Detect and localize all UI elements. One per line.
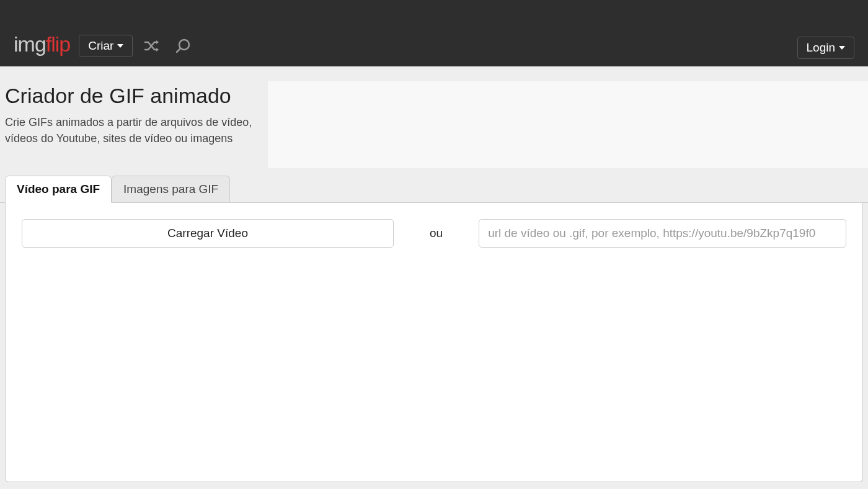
ad-space bbox=[268, 81, 868, 168]
caret-down-icon bbox=[839, 46, 845, 50]
or-separator: ou bbox=[394, 227, 479, 240]
header-left: imgflip Criar bbox=[14, 32, 193, 59]
upload-button-label: Carregar Vídeo bbox=[167, 227, 248, 240]
tab-images-to-gif[interactable]: Imagens para GIF bbox=[112, 176, 230, 202]
title-block: Criador de GIF animado Crie GIFs animado… bbox=[0, 66, 268, 168]
login-button-label: Login bbox=[807, 41, 836, 55]
main-panel: Carregar Vídeo ou bbox=[5, 203, 863, 482]
tab-video-to-gif[interactable]: Vídeo para GIF bbox=[5, 176, 112, 203]
create-button-label: Criar bbox=[88, 39, 113, 53]
shuffle-icon[interactable] bbox=[141, 36, 164, 56]
tabs-row: Vídeo para GIF Imagens para GIF bbox=[0, 176, 868, 203]
page-subtitle: Crie GIFs animados a partir de arquivos … bbox=[5, 114, 263, 146]
svg-line-1 bbox=[177, 48, 180, 52]
upload-row: Carregar Vídeo ou bbox=[22, 219, 846, 248]
video-url-input[interactable] bbox=[479, 219, 846, 248]
search-icon[interactable] bbox=[172, 35, 193, 56]
header-right: Login bbox=[797, 37, 855, 59]
login-button[interactable]: Login bbox=[797, 37, 855, 59]
content-top: Criador de GIF animado Crie GIFs animado… bbox=[0, 66, 868, 168]
upload-video-button[interactable]: Carregar Vídeo bbox=[22, 219, 394, 248]
logo-text-flip: flip bbox=[46, 32, 70, 56]
tab-label: Imagens para GIF bbox=[123, 182, 218, 195]
caret-down-icon bbox=[117, 44, 123, 48]
page-title: Criador de GIF animado bbox=[5, 84, 263, 108]
tab-label: Vídeo para GIF bbox=[17, 182, 100, 195]
create-button[interactable]: Criar bbox=[79, 35, 133, 57]
header: imgflip Criar Login bbox=[0, 0, 868, 66]
logo-text-img: img bbox=[14, 32, 46, 56]
logo[interactable]: imgflip bbox=[14, 32, 70, 59]
